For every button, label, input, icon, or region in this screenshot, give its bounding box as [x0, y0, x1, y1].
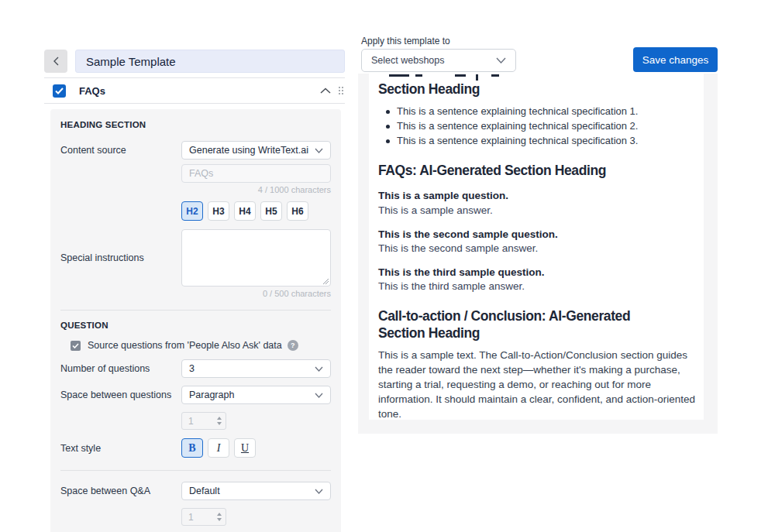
- qa-space-stepper[interactable]: [181, 508, 226, 526]
- space-between-questions-label: Space between questions: [60, 390, 181, 400]
- tech-section-heading: Section Heading: [378, 81, 699, 98]
- number-of-questions-label: Number of questions: [60, 363, 181, 374]
- faqs-checkbox[interactable]: [53, 84, 66, 98]
- faq-item: This is the third sample question. This …: [378, 266, 699, 293]
- space-between-qa-select[interactable]: Default: [181, 482, 331, 500]
- divider: [60, 310, 331, 311]
- collapse-section-button[interactable]: [320, 88, 331, 94]
- heading-level-h4-button[interactable]: H4: [234, 201, 256, 221]
- special-instructions-row: Special instructions: [60, 229, 331, 287]
- space-between-questions-select[interactable]: Paragraph: [181, 386, 331, 404]
- help-icon[interactable]: ?: [288, 340, 298, 351]
- webshops-select[interactable]: Select webshops: [361, 49, 516, 72]
- space-between-qa-label: Space between Q&A: [60, 486, 181, 496]
- heading-char-counter: 4 / 1000 characters: [181, 185, 331, 194]
- space-between-questions-row: Space between questions Paragraph: [60, 386, 331, 404]
- number-of-questions-value: 3: [189, 363, 195, 374]
- paa-checkbox[interactable]: [71, 341, 81, 351]
- chevron-down-icon: [315, 489, 323, 494]
- stepper-down-icon[interactable]: [217, 518, 222, 521]
- heading-level-group: H2 H3 H4 H5 H6: [181, 201, 331, 221]
- heading-section-title: HEADING SECTION: [60, 120, 331, 129]
- stepper-up-icon[interactable]: [217, 417, 222, 420]
- preview-document: Section Heading This is a sentence expla…: [369, 74, 704, 420]
- content-source-select[interactable]: Generate using WriteText.ai: [181, 141, 331, 160]
- instructions-char-counter: 0 / 500 characters: [181, 289, 331, 298]
- tech-bullet-1: This is a sentence explaining technical …: [378, 105, 699, 119]
- apply-template-label: Apply this template to: [361, 36, 450, 46]
- italic-button[interactable]: I: [208, 438, 229, 458]
- heading-level-h5-button[interactable]: H5: [260, 201, 282, 221]
- underline-button[interactable]: U: [234, 438, 256, 458]
- qa-space-stepper-input[interactable]: [182, 509, 208, 525]
- custom-heading-row: [60, 164, 331, 183]
- stepper-up-icon[interactable]: [217, 513, 222, 516]
- faq-item: This is the second sample question. This…: [378, 228, 699, 256]
- tech-bullet-list: This is a sentence explaining technical …: [378, 105, 699, 149]
- template-name-input[interactable]: [75, 50, 345, 73]
- faqs-section-header-row[interactable]: FAQs: [44, 78, 345, 103]
- chevron-down-icon: [315, 366, 323, 372]
- chevron-down-icon: [496, 57, 506, 63]
- drag-handle-icon[interactable]: [339, 87, 343, 94]
- faqs-settings-panel: HEADING SECTION Content source Generate …: [50, 109, 341, 532]
- paa-checkbox-row[interactable]: Source questions from 'People Also Ask' …: [71, 340, 331, 351]
- space-between-qa-row: Space between Q&A Default: [60, 482, 331, 500]
- template-preview-panel[interactable]: Section Heading This is a sentence expla…: [358, 74, 718, 434]
- content-source-row: Content source Generate using WriteText.…: [60, 141, 331, 160]
- special-instructions-textarea[interactable]: [181, 229, 331, 287]
- divider: [44, 103, 345, 104]
- save-changes-button[interactable]: Save changes: [633, 47, 718, 72]
- back-button[interactable]: [44, 50, 67, 73]
- webshops-select-placeholder: Select webshops: [371, 55, 445, 66]
- stepper-down-icon[interactable]: [217, 422, 222, 425]
- question-space-stepper[interactable]: [181, 412, 226, 430]
- clipped-heading-fragments: [378, 74, 699, 81]
- number-of-questions-row: Number of questions 3: [60, 359, 331, 378]
- faq-answer: This is the second sample answer.: [378, 242, 699, 256]
- space-between-qa-value: Default: [189, 486, 220, 496]
- space-between-questions-value: Paragraph: [189, 390, 234, 400]
- faq-answer: This is the third sample answer.: [378, 280, 699, 293]
- heading-level-h2-button[interactable]: H2: [181, 201, 203, 221]
- faq-question: This is the second sample question.: [378, 228, 699, 242]
- custom-heading-input[interactable]: [181, 164, 331, 183]
- special-instructions-label: Special instructions: [60, 252, 181, 263]
- faq-item: This is a sample question. This is a sam…: [378, 189, 699, 217]
- question-section-title: QUESTION: [60, 321, 331, 330]
- tech-bullet-3: This is a sentence explaining technical …: [378, 134, 699, 149]
- question-space-stepper-input[interactable]: [182, 413, 208, 429]
- faq-question: This is a sample question.: [378, 189, 699, 203]
- tech-bullet-2: This is a sentence explaining technical …: [378, 119, 699, 134]
- bold-button[interactable]: B: [181, 438, 203, 458]
- text-style-row: Text style B I U: [60, 438, 331, 458]
- cta-sample-text: This is a sample text. The Call-to-Actio…: [378, 348, 699, 420]
- chevron-down-icon: [315, 148, 323, 153]
- heading-level-h6-button[interactable]: H6: [287, 201, 308, 221]
- faq-answer: This is a sample answer.: [378, 204, 699, 218]
- content-source-label: Content source: [60, 145, 181, 156]
- number-of-questions-select[interactable]: 3: [181, 359, 331, 378]
- faq-section-heading: FAQs: AI-Generated Section Heading: [378, 162, 699, 179]
- divider: [60, 470, 331, 471]
- content-source-value: Generate using WriteText.ai: [189, 145, 308, 156]
- heading-level-row: H2 H3 H4 H5 H6: [60, 201, 331, 221]
- text-style-group: B I U: [181, 438, 331, 458]
- faq-question: This is the third sample question.: [378, 266, 699, 280]
- chevron-left-icon: [53, 57, 59, 66]
- chevron-down-icon: [315, 393, 323, 398]
- chevron-up-icon: [320, 88, 331, 94]
- cta-section-heading: Call-to-action / Conclusion: AI-Generate…: [378, 307, 699, 342]
- paa-checkbox-label: Source questions from 'People Also Ask' …: [88, 340, 282, 351]
- faqs-section-label: FAQs: [79, 85, 105, 97]
- heading-level-h3-button[interactable]: H3: [208, 201, 229, 221]
- text-style-label: Text style: [60, 443, 181, 454]
